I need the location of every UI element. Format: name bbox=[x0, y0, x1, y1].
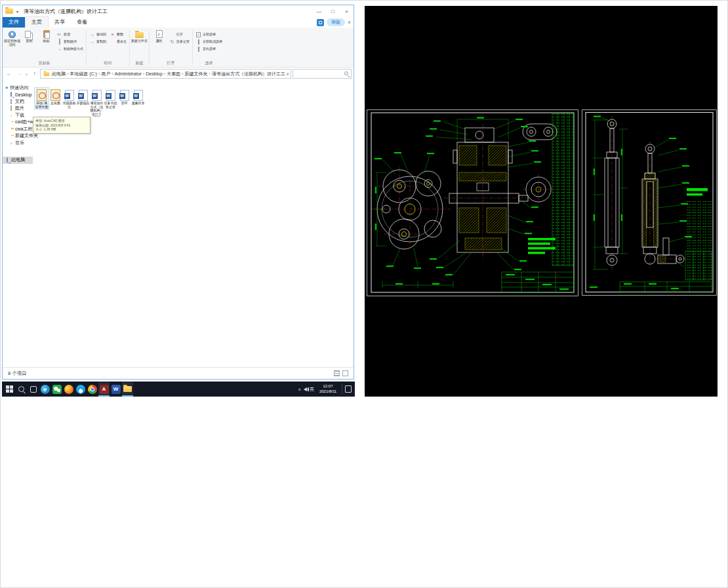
word-file-icon: W bbox=[134, 90, 143, 101]
crumb-local-disk-c[interactable]: 本地磁盘 (C:) bbox=[70, 71, 97, 77]
detail-views bbox=[523, 124, 557, 202]
sidebar-item-desktop[interactable]: Desktop bbox=[3, 91, 33, 98]
paste-shortcut-button[interactable]: → 粘贴快捷方式 bbox=[55, 45, 85, 52]
ime-indicator[interactable]: 英 bbox=[310, 386, 314, 393]
up-button[interactable]: ↑ bbox=[30, 69, 39, 79]
tab-file[interactable]: 文件 bbox=[3, 17, 25, 28]
file-item-7[interactable]: W 答辩 bbox=[117, 88, 131, 106]
maximize-button[interactable]: □ bbox=[326, 5, 340, 17]
rename-button[interactable]: 重命名 bbox=[108, 38, 128, 45]
crumb-folder-2[interactable]: 新建文件夹 bbox=[185, 71, 208, 77]
file-item-1[interactable]: 32张 薄等零件图 bbox=[35, 88, 49, 109]
crumb-current-folder[interactable]: 薄等油出方式（送膜机构）设计工工 bbox=[212, 71, 285, 77]
task-view-button[interactable] bbox=[28, 382, 39, 397]
dwg-file-icon bbox=[51, 89, 60, 101]
title-block-text-marks bbox=[624, 283, 679, 289]
copy-button[interactable]: 复制 bbox=[21, 29, 37, 43]
select-all-button[interactable]: ✓ 全部选择 bbox=[194, 31, 224, 37]
file-item-5[interactable]: W 薄等油出方式（送膜机构）设计工（薄箱） bbox=[90, 88, 104, 117]
address-dropdown-chevron-icon[interactable]: ∨ bbox=[286, 71, 289, 77]
taskbar-app-wechat[interactable] bbox=[51, 382, 62, 397]
file-item-4[interactable]: W 开题报告 bbox=[76, 88, 90, 106]
quick-access-toolbar-chevron[interactable]: ▾ bbox=[16, 9, 18, 14]
taskbar-app-explorer[interactable] bbox=[122, 382, 133, 397]
forward-button[interactable]: → bbox=[14, 69, 23, 79]
properties-button[interactable]: ✓ 属性 bbox=[151, 29, 167, 43]
invert-selection-button[interactable]: 反向选择 bbox=[194, 45, 224, 52]
crumb-separator-icon: › bbox=[163, 71, 166, 76]
file-name: 传感器标注 bbox=[62, 102, 76, 109]
open-group-label: 打开 bbox=[151, 60, 191, 66]
taskbar-app-edge[interactable]: e bbox=[39, 382, 51, 397]
cut-button[interactable]: ✂ 剪切 bbox=[55, 31, 85, 37]
volume-icon[interactable] bbox=[304, 387, 307, 391]
minimize-button[interactable]: — bbox=[312, 5, 326, 17]
taskbar-app-chrome[interactable] bbox=[87, 382, 98, 397]
sidebar-item-this-pc[interactable]: 此电脑 bbox=[3, 157, 33, 164]
taskbar-app-autocad[interactable]: A bbox=[98, 382, 110, 397]
pin-to-quick-access-button[interactable]: 固定到快速访问 bbox=[4, 29, 20, 47]
crumb-this-pc[interactable]: 此电脑 bbox=[52, 71, 66, 77]
file-explorer-window: ▾ 薄等油出方式（送膜机构）设计工工 — □ × 文件 主页 共享 查看 帮助 … bbox=[2, 5, 354, 380]
sidebar-quick-access-header[interactable]: ★ 快速访问 bbox=[3, 84, 33, 91]
cut-label: 剪切 bbox=[64, 32, 70, 36]
tray-chevron-icon[interactable]: ∧ bbox=[298, 387, 301, 392]
sidebar-item-pictures[interactable]: 图片 bbox=[3, 105, 33, 112]
taskbar-app-firefox[interactable] bbox=[63, 382, 74, 397]
wechat-icon bbox=[52, 385, 62, 394]
copy-path-label: 复制路径 bbox=[64, 39, 77, 43]
sidebar-item-documents[interactable]: 文档 bbox=[3, 98, 33, 106]
quick-access-star-icon: ★ bbox=[5, 85, 9, 90]
search-input[interactable] bbox=[293, 69, 352, 79]
back-button[interactable]: ← bbox=[5, 69, 13, 79]
start-button[interactable] bbox=[4, 382, 15, 397]
crumb-users[interactable]: 用户 bbox=[101, 71, 110, 77]
copy-icon bbox=[25, 31, 31, 38]
sidebar-item-music[interactable]: ♪ 音乐 bbox=[3, 140, 33, 147]
details-view-icon[interactable] bbox=[334, 370, 340, 376]
action-center-icon[interactable] bbox=[345, 385, 352, 393]
select-none-button[interactable]: 全部取消选择 bbox=[194, 38, 224, 45]
tab-home[interactable]: 主页 bbox=[25, 16, 49, 28]
crumb-administrator[interactable]: Administrator bbox=[115, 71, 142, 76]
sidebar-item-cad-folder[interactable]: cad图+wd图 bbox=[3, 119, 33, 126]
file-item-8[interactable]: W 搜索目录 bbox=[131, 88, 145, 106]
taskbar-app-word[interactable]: W bbox=[110, 382, 121, 397]
ribbon-tab-bar: 文件 主页 共享 查看 帮助 ∧ bbox=[3, 17, 354, 28]
clock[interactable]: 12:07 2021/8/11 bbox=[317, 384, 339, 394]
tab-share[interactable]: 共享 bbox=[49, 17, 71, 28]
crumb-folder-1[interactable]: 大素图 bbox=[167, 71, 180, 77]
help-pill[interactable]: 帮助 bbox=[327, 18, 345, 26]
file-item-3[interactable]: W 传感器标注 bbox=[62, 88, 76, 109]
close-button[interactable]: × bbox=[340, 5, 354, 17]
move-to-button[interactable]: → 移动到 bbox=[88, 31, 108, 37]
invert-selection-icon bbox=[195, 46, 201, 52]
tab-view[interactable]: 查看 bbox=[71, 17, 93, 28]
clock-date: 2021/8/11 bbox=[317, 389, 339, 395]
taskbar-app-qq[interactable] bbox=[75, 382, 86, 397]
taskbar-search-button[interactable] bbox=[16, 382, 27, 397]
open-button[interactable]: 打开 bbox=[168, 31, 191, 37]
breadcrumb[interactable]: 此电脑 › 本地磁盘 (C:) › 用户 › Administrator › D… bbox=[40, 69, 291, 79]
file-item-6[interactable]: W 任务书指导记录 bbox=[104, 88, 117, 109]
history-button[interactable]: ↻ 历史记录 bbox=[168, 38, 191, 45]
paste-button[interactable]: 粘贴 bbox=[38, 29, 54, 43]
info-icon[interactable] bbox=[317, 19, 324, 26]
sheet-border bbox=[367, 110, 578, 296]
breadcrumb-folder-icon bbox=[44, 72, 50, 76]
copy-path-icon bbox=[56, 39, 62, 45]
large-icons-view-icon[interactable] bbox=[342, 370, 348, 376]
delete-button[interactable]: × 删除 bbox=[108, 31, 128, 37]
crumb-desktop[interactable]: Desktop bbox=[146, 71, 163, 76]
history-chevron-icon[interactable]: ∨ bbox=[24, 72, 29, 76]
new-folder-button[interactable]: 新建文件夹 bbox=[131, 29, 148, 43]
sidebar-item-downloads[interactable]: ↓ 下载 bbox=[3, 112, 33, 119]
ribbon-collapse-chevron-icon[interactable]: ∧ bbox=[348, 20, 351, 25]
pictures-icon bbox=[9, 106, 14, 110]
copy-path-button[interactable]: 复制路径 bbox=[55, 38, 85, 45]
sidebar-item-cwa-folder[interactable]: cwa工程图 bbox=[3, 126, 33, 133]
file-item-2[interactable]: 总装图 bbox=[49, 88, 62, 106]
copy-to-button[interactable]: → 复制到 bbox=[88, 38, 108, 45]
sidebar-item-new-folder[interactable]: 新建文件夹 bbox=[3, 132, 33, 140]
dimension-lines bbox=[375, 119, 533, 288]
